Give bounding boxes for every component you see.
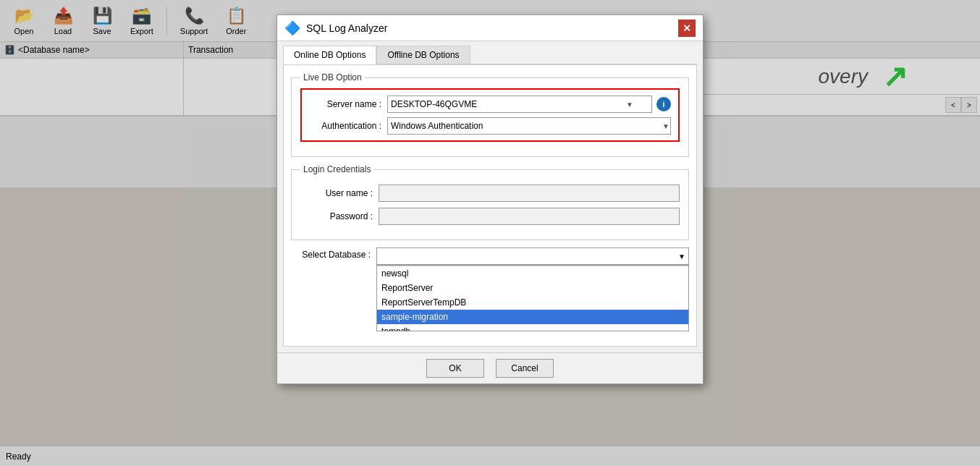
dialog-content: Live DB Option Server name : ▼ i A	[283, 64, 697, 347]
select-db-wrapper: ▼ newsql ReportServer ReportServerTempDB…	[376, 247, 689, 331]
db-option-tempdb[interactable]: tempdb	[377, 324, 688, 331]
db-option-newsql[interactable]: newsql	[377, 266, 688, 281]
dropdown-scroll-area[interactable]: newsql ReportServer ReportServerTempDB s…	[377, 266, 688, 331]
database-dropdown-list: newsql ReportServer ReportServerTempDB s…	[376, 265, 689, 331]
username-input[interactable]	[379, 185, 680, 202]
cancel-button[interactable]: Cancel	[496, 359, 554, 378]
username-label: User name :	[300, 188, 373, 198]
db-select-input[interactable]: ▼	[376, 247, 689, 265]
password-row: Password :	[300, 208, 680, 225]
auth-select[interactable]: Windows Authentication SQL Server Authen…	[387, 117, 671, 135]
authentication-row: Authentication : Windows Authentication …	[309, 117, 671, 135]
red-border-section: Server name : ▼ i Authentication : Windo…	[300, 88, 680, 142]
server-name-row: Server name : ▼ i	[309, 96, 671, 113]
login-credentials-fieldset: Login Credentials User name : Password :	[291, 164, 689, 240]
select-db-label: Select Database :	[291, 247, 371, 260]
tab-offline-db-options[interactable]: Offline DB Options	[376, 46, 470, 64]
sql-log-analyzer-dialog: 🔷 SQL Log Analyzer ✕ Online DB Options O…	[276, 14, 704, 384]
dialog-app-icon: 🔷	[284, 20, 300, 36]
live-db-legend: Live DB Option	[300, 72, 365, 82]
dialog-title: SQL Log Analyzer	[306, 22, 387, 34]
select-database-row: Select Database : ▼ newsql ReportServer …	[291, 247, 689, 331]
server-info-icon[interactable]: i	[656, 97, 671, 111]
server-name-input[interactable]	[387, 96, 652, 113]
db-option-reportservertempdb[interactable]: ReportServerTempDB	[377, 295, 688, 310]
auth-wrapper: Windows Authentication SQL Server Authen…	[387, 117, 671, 135]
db-select-arrow: ▼	[678, 253, 685, 260]
ok-button[interactable]: OK	[426, 359, 484, 378]
dialog-tabs: Online DB Options Offline DB Options	[277, 41, 703, 64]
db-option-reportserver[interactable]: ReportServer	[377, 281, 688, 295]
password-input[interactable]	[379, 208, 680, 225]
auth-label: Authentication :	[309, 121, 381, 131]
dialog-close-button[interactable]: ✕	[678, 20, 696, 37]
dialog-titlebar: 🔷 SQL Log Analyzer ✕	[277, 15, 703, 41]
server-name-wrapper: ▼	[387, 96, 652, 113]
tab-online-db-options[interactable]: Online DB Options	[283, 46, 376, 64]
login-legend: Login Credentials	[300, 164, 373, 174]
live-db-fieldset: Live DB Option Server name : ▼ i A	[291, 72, 689, 157]
password-label: Password :	[300, 211, 373, 221]
server-name-label: Server name :	[309, 99, 381, 109]
username-row: User name :	[300, 185, 680, 202]
db-option-sample-migration[interactable]: sample-migration	[377, 310, 688, 324]
dialog-overlay: 🔷 SQL Log Analyzer ✕ Online DB Options O…	[0, 0, 980, 466]
dialog-buttons: OK Cancel	[277, 352, 703, 384]
